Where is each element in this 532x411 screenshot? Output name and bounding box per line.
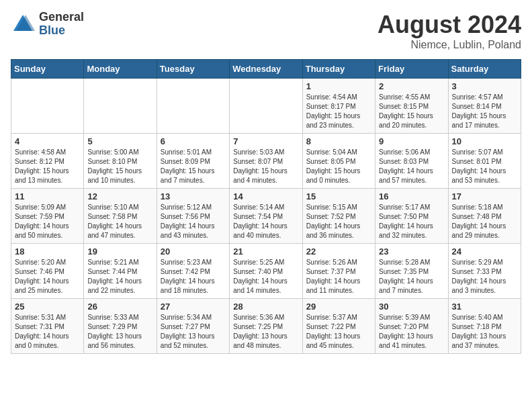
header-cell-wednesday: Wednesday xyxy=(230,60,302,79)
day-info: Sunrise: 5:09 AM Sunset: 7:59 PM Dayligh… xyxy=(15,203,80,240)
calendar-header: SundayMondayTuesdayWednesdayThursdayFrid… xyxy=(11,60,521,79)
calendar-cell: 21Sunrise: 5:25 AM Sunset: 7:40 PM Dayli… xyxy=(230,244,302,299)
calendar-cell: 5Sunrise: 5:00 AM Sunset: 8:10 PM Daylig… xyxy=(84,134,157,189)
day-info: Sunrise: 5:34 AM Sunset: 7:27 PM Dayligh… xyxy=(161,313,226,351)
header-cell-saturday: Saturday xyxy=(448,60,521,79)
day-info: Sunrise: 5:25 AM Sunset: 7:40 PM Dayligh… xyxy=(233,258,298,295)
day-info: Sunrise: 4:58 AM Sunset: 8:12 PM Dayligh… xyxy=(15,148,80,185)
calendar-cell: 27Sunrise: 5:34 AM Sunset: 7:27 PM Dayli… xyxy=(157,299,229,354)
day-number: 19 xyxy=(87,246,152,257)
calendar-subtitle: Niemce, Lublin, Poland xyxy=(378,39,521,51)
day-info: Sunrise: 5:26 AM Sunset: 7:37 PM Dayligh… xyxy=(306,258,371,295)
day-info: Sunrise: 5:36 AM Sunset: 7:25 PM Dayligh… xyxy=(233,313,298,351)
calendar-cell: 28Sunrise: 5:36 AM Sunset: 7:25 PM Dayli… xyxy=(230,299,302,354)
calendar-title: August 2024 xyxy=(378,11,521,39)
header-cell-monday: Monday xyxy=(84,60,157,79)
day-number: 25 xyxy=(15,302,80,312)
calendar-cell: 1Sunrise: 4:54 AM Sunset: 8:17 PM Daylig… xyxy=(302,79,375,134)
calendar-cell: 31Sunrise: 5:40 AM Sunset: 7:18 PM Dayli… xyxy=(448,299,521,354)
calendar-cell xyxy=(157,79,229,134)
calendar-cell: 25Sunrise: 5:31 AM Sunset: 7:31 PM Dayli… xyxy=(11,299,84,354)
day-info: Sunrise: 5:31 AM Sunset: 7:31 PM Dayligh… xyxy=(15,313,80,351)
day-info: Sunrise: 5:00 AM Sunset: 8:10 PM Dayligh… xyxy=(87,148,152,185)
day-number: 7 xyxy=(233,136,298,146)
calendar-cell: 16Sunrise: 5:17 AM Sunset: 7:50 PM Dayli… xyxy=(375,189,448,244)
day-number: 11 xyxy=(15,191,80,201)
day-number: 24 xyxy=(452,246,517,257)
day-number: 18 xyxy=(15,246,80,257)
calendar-cell: 14Sunrise: 5:14 AM Sunset: 7:54 PM Dayli… xyxy=(230,189,302,244)
calendar-cell: 15Sunrise: 5:15 AM Sunset: 7:52 PM Dayli… xyxy=(302,189,375,244)
calendar-cell: 24Sunrise: 5:29 AM Sunset: 7:33 PM Dayli… xyxy=(448,244,521,299)
calendar-cell: 4Sunrise: 4:58 AM Sunset: 8:12 PM Daylig… xyxy=(11,134,84,189)
calendar-cell: 10Sunrise: 5:07 AM Sunset: 8:01 PM Dayli… xyxy=(448,134,521,189)
calendar-cell xyxy=(84,79,157,134)
day-info: Sunrise: 5:17 AM Sunset: 7:50 PM Dayligh… xyxy=(379,203,444,240)
day-info: Sunrise: 5:03 AM Sunset: 8:07 PM Dayligh… xyxy=(233,148,298,185)
day-info: Sunrise: 5:28 AM Sunset: 7:35 PM Dayligh… xyxy=(379,258,444,295)
week-row-5: 25Sunrise: 5:31 AM Sunset: 7:31 PM Dayli… xyxy=(11,299,521,354)
day-info: Sunrise: 5:14 AM Sunset: 7:54 PM Dayligh… xyxy=(233,203,298,240)
calendar-table: SundayMondayTuesdayWednesdayThursdayFrid… xyxy=(11,59,521,354)
day-number: 13 xyxy=(161,191,226,201)
logo-icon xyxy=(11,12,35,36)
header-cell-thursday: Thursday xyxy=(302,60,375,79)
day-number: 3 xyxy=(452,81,517,91)
day-info: Sunrise: 5:23 AM Sunset: 7:42 PM Dayligh… xyxy=(161,258,226,295)
day-info: Sunrise: 4:57 AM Sunset: 8:14 PM Dayligh… xyxy=(452,93,517,130)
calendar-cell: 9Sunrise: 5:06 AM Sunset: 8:03 PM Daylig… xyxy=(375,134,448,189)
day-info: Sunrise: 5:40 AM Sunset: 7:18 PM Dayligh… xyxy=(452,313,517,351)
calendar-cell: 19Sunrise: 5:21 AM Sunset: 7:44 PM Dayli… xyxy=(84,244,157,299)
week-row-1: 1Sunrise: 4:54 AM Sunset: 8:17 PM Daylig… xyxy=(11,79,521,134)
calendar-cell: 7Sunrise: 5:03 AM Sunset: 8:07 PM Daylig… xyxy=(230,134,302,189)
calendar-body: 1Sunrise: 4:54 AM Sunset: 8:17 PM Daylig… xyxy=(11,79,521,354)
day-number: 15 xyxy=(306,191,371,201)
day-number: 31 xyxy=(452,302,517,312)
title-area: August 2024 Niemce, Lublin, Poland xyxy=(378,11,521,51)
day-number: 8 xyxy=(306,136,371,146)
day-info: Sunrise: 5:33 AM Sunset: 7:29 PM Dayligh… xyxy=(87,313,152,351)
day-info: Sunrise: 4:54 AM Sunset: 8:17 PM Dayligh… xyxy=(306,93,371,130)
day-info: Sunrise: 5:04 AM Sunset: 8:05 PM Dayligh… xyxy=(306,148,371,185)
day-number: 17 xyxy=(452,191,517,201)
day-info: Sunrise: 5:29 AM Sunset: 7:33 PM Dayligh… xyxy=(452,258,517,295)
calendar-cell xyxy=(230,79,302,134)
day-number: 16 xyxy=(379,191,444,201)
day-info: Sunrise: 5:39 AM Sunset: 7:20 PM Dayligh… xyxy=(379,313,444,351)
week-row-3: 11Sunrise: 5:09 AM Sunset: 7:59 PM Dayli… xyxy=(11,189,521,244)
day-info: Sunrise: 5:06 AM Sunset: 8:03 PM Dayligh… xyxy=(379,148,444,185)
calendar-cell: 18Sunrise: 5:20 AM Sunset: 7:46 PM Dayli… xyxy=(11,244,84,299)
day-number: 27 xyxy=(161,302,226,312)
week-row-2: 4Sunrise: 4:58 AM Sunset: 8:12 PM Daylig… xyxy=(11,134,521,189)
header-cell-sunday: Sunday xyxy=(11,60,84,79)
day-info: Sunrise: 5:15 AM Sunset: 7:52 PM Dayligh… xyxy=(306,203,371,240)
day-info: Sunrise: 5:07 AM Sunset: 8:01 PM Dayligh… xyxy=(452,148,517,185)
page-header: General Blue August 2024 Niemce, Lublin,… xyxy=(11,11,521,51)
day-number: 29 xyxy=(306,302,371,312)
day-number: 12 xyxy=(87,191,152,201)
logo: General Blue xyxy=(11,11,84,38)
header-cell-tuesday: Tuesday xyxy=(157,60,229,79)
calendar-cell: 8Sunrise: 5:04 AM Sunset: 8:05 PM Daylig… xyxy=(302,134,375,189)
day-number: 28 xyxy=(233,302,298,312)
day-number: 4 xyxy=(15,136,80,146)
logo-general-text: General xyxy=(39,11,84,24)
header-cell-friday: Friday xyxy=(375,60,448,79)
calendar-cell: 30Sunrise: 5:39 AM Sunset: 7:20 PM Dayli… xyxy=(375,299,448,354)
day-number: 14 xyxy=(233,191,298,201)
day-info: Sunrise: 5:37 AM Sunset: 7:22 PM Dayligh… xyxy=(306,313,371,351)
day-number: 5 xyxy=(87,136,152,146)
week-row-4: 18Sunrise: 5:20 AM Sunset: 7:46 PM Dayli… xyxy=(11,244,521,299)
day-info: Sunrise: 5:20 AM Sunset: 7:46 PM Dayligh… xyxy=(15,258,80,295)
calendar-cell: 29Sunrise: 5:37 AM Sunset: 7:22 PM Dayli… xyxy=(302,299,375,354)
day-number: 21 xyxy=(233,246,298,257)
calendar-cell: 13Sunrise: 5:12 AM Sunset: 7:56 PM Dayli… xyxy=(157,189,229,244)
day-number: 9 xyxy=(379,136,444,146)
calendar-cell: 26Sunrise: 5:33 AM Sunset: 7:29 PM Dayli… xyxy=(84,299,157,354)
calendar-cell: 22Sunrise: 5:26 AM Sunset: 7:37 PM Dayli… xyxy=(302,244,375,299)
calendar-cell: 11Sunrise: 5:09 AM Sunset: 7:59 PM Dayli… xyxy=(11,189,84,244)
day-number: 23 xyxy=(379,246,444,257)
day-number: 6 xyxy=(161,136,226,146)
calendar-cell xyxy=(11,79,84,134)
day-info: Sunrise: 5:10 AM Sunset: 7:58 PM Dayligh… xyxy=(87,203,152,240)
